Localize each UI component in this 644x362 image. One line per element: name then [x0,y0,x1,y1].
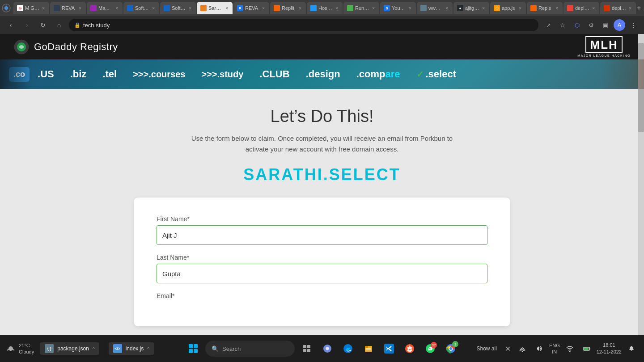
tab-deploy1-close[interactable]: × [591,5,596,12]
tab-gmail-close[interactable]: × [41,5,46,12]
tab-slido-close[interactable]: × [408,5,412,12]
domain-design[interactable]: .design [298,68,348,80]
tab-hosting[interactable]: Hostin... × [307,2,343,14]
menu-button[interactable]: ⋮ [627,19,640,31]
tab-material-close[interactable]: × [114,5,119,12]
domain-club[interactable]: .CLUB [251,68,297,80]
tab-repls-close[interactable]: × [555,5,559,12]
lang-text: ENG [549,342,560,349]
tab-reva[interactable]: REVA × [50,2,86,14]
tab-repls[interactable]: Repls × [527,2,563,14]
taskbar-edge-icon[interactable] [339,340,356,357]
svg-rect-7 [303,349,306,352]
svg-rect-6 [307,345,310,348]
tab-material-label: Ma... [98,5,113,11]
tab-www-close[interactable]: × [445,5,449,12]
tab-gmail[interactable]: G M Gmail × [13,2,49,14]
taskbar-vscode-icon[interactable] [381,340,398,357]
show-all-close-button[interactable]: ✕ [503,343,513,355]
network-icon[interactable] [515,341,530,356]
taskbar-chrome-icon[interactable]: 1 [442,340,459,357]
taskbar-file-package[interactable]: { } package.json ^ [40,342,99,355]
bookmark-button[interactable]: ☆ [556,19,569,31]
tab-github[interactable]: ● ajitg2... × [453,2,489,14]
tab-run[interactable]: Run th... × [343,2,379,14]
tab-deploy2[interactable]: deplo... × [600,2,636,14]
page-title: Let’s Do This! [271,107,374,126]
taskbar-chat-icon[interactable] [319,340,336,357]
tab-reva-close[interactable]: × [78,5,82,12]
sidebar-toggle-button[interactable]: ▣ [599,19,612,31]
domain-courses[interactable]: >>>.courses [125,69,193,80]
domain-select[interactable]: ✓ .select [408,68,465,80]
domain-us[interactable]: .US [30,68,62,80]
tab-soft2-close[interactable]: × [188,5,192,12]
tab-material[interactable]: Ma... × [87,2,123,14]
first-name-label: First Name* [157,215,487,223]
taskbar-brave-icon[interactable] [401,340,418,357]
domain-biz[interactable]: .biz [62,68,95,80]
extensions-button[interactable]: ⚙ [585,19,597,31]
tab-slido[interactable]: S You ar... × [380,2,416,14]
tab-reva-label: REVA [62,5,76,11]
home-button[interactable]: ⌂ [53,19,65,31]
tab-reva2-close[interactable]: × [261,5,266,12]
taskbar-file-index[interactable]: </> index.js ^ [109,342,154,355]
index-js-icon: </> [113,344,122,353]
browser-chrome: G M Gmail × REVA × Ma... × Soft S... × S… [0,0,644,34]
share-button[interactable]: ↗ [542,19,555,31]
first-name-group: First Name* [157,215,487,245]
domain-tel[interactable]: .tel [94,68,125,80]
tabs-dropdown-button[interactable]: ⌄ [642,2,644,14]
tab-www[interactable]: www.c... × [417,2,453,14]
tab-sarathi[interactable]: Sarath... × [197,2,233,14]
tab-run-close[interactable]: × [371,5,376,12]
domain-study[interactable]: >>>.study [193,69,251,80]
new-tab-button[interactable]: + [637,2,641,14]
svg-point-25 [569,351,570,352]
tab-hosting-close[interactable]: × [335,5,339,12]
taskbar-task-view[interactable] [298,340,315,357]
tab-soft1-close[interactable]: × [151,5,156,12]
mlh-subtext: MAJOR LEAGUE HACKING [577,54,631,57]
show-all-button[interactable]: Show all [473,344,500,354]
site-header: GoDaddy Registry MLH MAJOR LEAGUE HACKIN… [0,34,644,59]
back-button[interactable]: ‹ [4,19,17,31]
chrome-badge: 1 [452,341,458,347]
tab-soft2[interactable]: Soft S... × [160,2,196,14]
svg-point-23 [521,351,523,352]
tab-github-close[interactable]: × [481,5,486,12]
tab-appjs[interactable]: ⬡ app.js × [490,2,526,14]
url-bar[interactable]: 🔒 tech.study [69,19,538,31]
tab-deploy1[interactable]: deplo... × [564,2,599,14]
refresh-button[interactable]: ↻ [37,19,49,31]
extension-button[interactable]: ⬡ [571,19,583,31]
weather-condition: Cloudy [19,349,34,355]
taskbar-search-box[interactable]: 🔍 Search [205,341,295,357]
tab-appjs-close[interactable]: × [518,5,522,12]
tab-replit[interactable]: Replit × [270,2,306,14]
domain-compare[interactable]: .compare [348,68,408,80]
battery-icon[interactable] [580,341,594,356]
forward-button[interactable]: › [21,19,33,31]
taskbar-whatsapp-icon[interactable]: 37 [422,340,439,357]
first-name-input[interactable] [157,225,487,245]
taskbar-files-icon[interactable] [360,340,377,357]
language-indicator: ENG IN [549,342,560,355]
tab-replit-close[interactable]: × [298,5,302,12]
start-button[interactable] [185,340,202,357]
domain-banner: .co .US .biz .tel >>>.courses >>>.study … [0,59,644,89]
last-name-input[interactable] [157,264,487,283]
tab-deploy2-label: deplo... [612,5,626,11]
tab-reva2[interactable]: R REVA × [233,2,269,14]
notifications-icon[interactable] [624,341,639,356]
tab-soft1[interactable]: Soft S... × [123,2,159,14]
tab-deploy2-close[interactable]: × [628,5,632,12]
tab-bar: G M Gmail × REVA × Ma... × Soft S... × S… [0,0,644,16]
clock-widget[interactable]: 18:01 12-11-2022 [597,342,622,356]
tab-sarathi-close[interactable]: × [225,5,229,12]
wifi-icon[interactable] [563,341,577,356]
url-text: tech.study [83,22,110,29]
profile-button[interactable]: A [614,19,625,31]
volume-icon[interactable] [532,341,547,356]
